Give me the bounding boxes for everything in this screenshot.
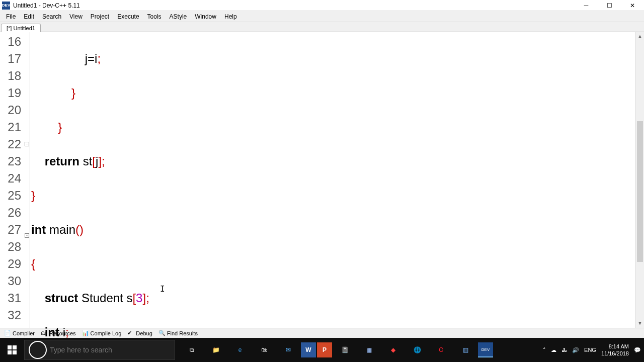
line-gutter: 1617181920212223242526272829303132 [0,32,24,328]
svg-rect-2 [8,350,12,354]
menu-window[interactable]: Window [191,12,220,22]
menu-help[interactable]: Help [220,12,241,22]
menu-search[interactable]: Search [38,12,65,22]
fold-icon[interactable]: - [25,233,29,238]
menu-view[interactable]: View [65,12,87,22]
app-icon: DEV [2,2,10,10]
editor[interactable]: 1617181920212223242526272829303132 - - j… [0,32,644,328]
svg-rect-0 [8,345,12,349]
menu-astyle[interactable]: AStyle [166,12,191,22]
vertical-scrollbar[interactable]: ▲ ▼ [635,32,644,328]
titlebar: DEV Untitled1 - Dev-C++ 5.11 ─ ☐ ✕ [0,0,644,11]
menu-tools[interactable]: Tools [143,12,166,22]
windows-icon [8,345,17,354]
menu-file[interactable]: File [2,12,20,22]
maximize-button[interactable]: ☐ [598,0,621,11]
menu-project[interactable]: Project [87,12,113,22]
svg-rect-3 [13,350,17,354]
scroll-down-icon[interactable]: ▼ [636,319,644,328]
menu-execute[interactable]: Execute [113,12,143,22]
compiler-icon: 📄 [4,330,11,337]
tabbar: [*] Untitled1 [0,22,644,32]
minimize-button[interactable]: ─ [575,0,598,11]
scroll-up-icon[interactable]: ▲ [636,32,644,41]
menubar: File Edit Search View Project Execute To… [0,11,644,22]
file-tab[interactable]: [*] Untitled1 [1,24,41,32]
mouse-cursor-icon: I [160,281,165,298]
scroll-thumb[interactable] [637,121,643,262]
close-button[interactable]: ✕ [621,0,644,11]
code-area[interactable]: j=i; } } return st[j]; } int main() { st… [30,32,644,328]
svg-rect-1 [13,345,17,349]
menu-edit[interactable]: Edit [20,12,38,22]
fold-icon[interactable]: - [25,142,29,146]
start-button[interactable] [0,338,24,362]
window-title: Untitled1 - Dev-C++ 5.11 [13,2,575,9]
fold-column: - - [24,32,30,328]
